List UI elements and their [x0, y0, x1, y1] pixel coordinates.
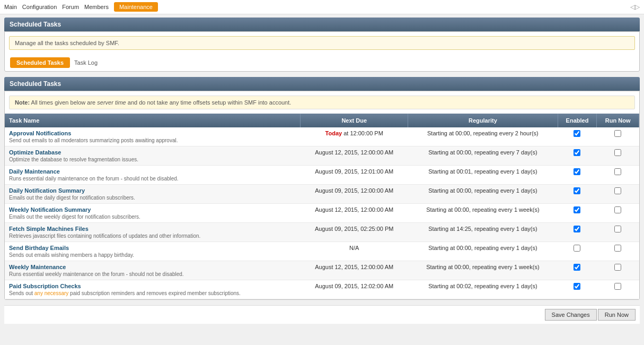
task-run-now-checkbox[interactable] [614, 245, 621, 252]
table-header-row: Task Name Next Due Regularity Enabled Ru… [5, 114, 639, 127]
task-name-cell: Send Birthday EmailsSends out emails wis… [5, 242, 301, 261]
task-regularity: Starting at 00:00, repeating every 1 wee… [408, 261, 558, 280]
task-name-cell: Optimize DatabaseOptimize the database t… [5, 146, 301, 166]
task-desc: Emails out the weekly digest for notific… [9, 214, 296, 220]
task-next-due: August 09, 2015, 12:01:00 AM [301, 166, 408, 185]
task-name-link[interactable]: Weekly Maintenance [9, 264, 66, 270]
task-enabled-checkbox[interactable] [574, 283, 580, 290]
nav-maintenance-active[interactable]: Maintenance [114, 2, 158, 12]
task-enabled-cell [558, 127, 597, 146]
task-run-now-cell [597, 204, 639, 223]
task-enabled-checkbox[interactable] [574, 130, 580, 137]
task-name-link[interactable]: Fetch Simple Machines Files [9, 226, 89, 232]
task-enabled-checkbox[interactable] [574, 168, 580, 175]
task-run-now-cell [597, 185, 639, 204]
table-section-header: Scheduled Tasks [4, 77, 640, 91]
task-name-cell: Weekly Notification SummaryEmails out th… [5, 204, 301, 223]
task-next-due: August 12, 2015, 12:00:00 AM [301, 204, 408, 223]
task-name-link[interactable]: Optimize Database [9, 149, 61, 156]
task-regularity: Starting at 00:02, repeating every 1 day… [408, 280, 558, 299]
task-name-link[interactable]: Weekly Notification Summary [9, 206, 91, 213]
nav-main[interactable]: Main [4, 4, 17, 10]
task-enabled-cell [558, 204, 597, 223]
task-enabled-checkbox[interactable] [574, 264, 580, 271]
task-regularity: Starting at 00:00, repeating every 2 hou… [408, 127, 558, 146]
task-enabled-checkbox[interactable] [574, 149, 580, 156]
top-navigation: Main Configuration Forum Members Mainten… [0, 0, 644, 14]
task-name-cell: Daily Notification SummaryEmails out the… [5, 185, 301, 204]
note-italic: server time [97, 99, 126, 106]
task-run-now-checkbox[interactable] [614, 130, 621, 137]
table-row: Weekly Notification SummaryEmails out th… [5, 204, 639, 223]
task-name-link[interactable]: Approval Notifications [9, 130, 71, 136]
nav-configuration[interactable]: Configuration [22, 4, 57, 10]
col-next-due: Next Due [301, 114, 408, 127]
task-desc: Sends out emails wishing members a happy… [9, 252, 296, 258]
task-enabled-checkbox[interactable] [574, 245, 580, 252]
task-name-link[interactable]: Send Birthday Emails [9, 245, 69, 251]
task-run-now-cell [597, 242, 639, 261]
task-run-now-checkbox[interactable] [614, 149, 621, 156]
outer-box: Manage all the tasks scheduled by SMF. S… [4, 31, 640, 72]
task-next-due: Today at 12:00:00 PM [301, 127, 408, 146]
task-enabled-cell [558, 223, 597, 242]
task-enabled-checkbox[interactable] [574, 187, 580, 194]
table-row: Paid Subscription ChecksSends out any ne… [5, 280, 639, 299]
save-changes-button[interactable]: Save Changes [545, 309, 597, 321]
nav-forum[interactable]: Forum [62, 4, 79, 10]
task-name-cell: Daily MaintenanceRuns essential daily ma… [5, 166, 301, 185]
task-name-link[interactable]: Daily Maintenance [9, 168, 60, 175]
task-desc: Retrieves javascript files containing no… [9, 233, 296, 239]
run-now-button[interactable]: Run Now [598, 309, 636, 321]
task-name-link[interactable]: Daily Notification Summary [9, 187, 85, 194]
task-run-now-checkbox[interactable] [614, 187, 621, 194]
outer-section-header: Scheduled Tasks [4, 18, 640, 31]
tab-row: Scheduled Tasks Task Log [5, 54, 639, 71]
task-name-cell: Paid Subscription ChecksSends out any ne… [5, 280, 301, 299]
task-desc: Optimize the database to resolve fragmen… [9, 157, 296, 162]
nav-members[interactable]: Members [84, 4, 109, 10]
task-run-now-checkbox[interactable] [614, 168, 621, 175]
task-enabled-checkbox[interactable] [574, 206, 580, 213]
task-enabled-cell [558, 261, 597, 280]
task-run-now-checkbox[interactable] [614, 226, 621, 232]
col-task-name: Task Name [5, 114, 301, 127]
table-row: Weekly MaintenanceRuns essential weekly … [5, 261, 639, 280]
task-enabled-cell [558, 146, 597, 166]
task-name-cell: Weekly MaintenanceRuns essential weekly … [5, 261, 301, 280]
task-run-now-cell [597, 166, 639, 185]
task-enabled-checkbox[interactable] [574, 226, 580, 232]
tasks-table: Task Name Next Due Regularity Enabled Ru… [5, 114, 639, 299]
task-enabled-cell [558, 185, 597, 204]
task-regularity: Starting at 00:00, repeating every 7 day… [408, 146, 558, 166]
table-section: Scheduled Tasks Note: All times given be… [4, 77, 640, 300]
note-bar: Note: All times given below are server t… [9, 96, 635, 109]
col-run-now: Run Now [597, 114, 639, 127]
table-row: Optimize DatabaseOptimize the database t… [5, 146, 639, 166]
outer-section: Scheduled Tasks Manage all the tasks sch… [4, 18, 640, 72]
task-run-now-cell [597, 127, 639, 146]
task-desc: Send out emails to all moderators summar… [9, 137, 296, 143]
task-run-now-cell [597, 223, 639, 242]
task-run-now-cell [597, 146, 639, 166]
table-row: Send Birthday EmailsSends out emails wis… [5, 242, 639, 261]
task-run-now-checkbox[interactable] [614, 264, 621, 271]
task-regularity: Starting at 00:00, repeating every 1 day… [408, 185, 558, 204]
task-enabled-cell [558, 166, 597, 185]
task-next-due: August 12, 2015, 12:00:00 AM [301, 146, 408, 166]
tab-task-log[interactable]: Task Log [74, 59, 98, 66]
task-run-now-checkbox[interactable] [614, 283, 621, 290]
info-notice: Manage all the tasks scheduled by SMF. [9, 36, 635, 50]
task-run-now-checkbox[interactable] [614, 206, 621, 213]
note-bold: Note: [15, 99, 30, 106]
task-next-due: August 09, 2015, 12:00:00 AM [301, 185, 408, 204]
task-desc: Emails out the daily digest for notifica… [9, 195, 296, 201]
table-outer-box: Note: All times given below are server t… [4, 91, 640, 300]
today-indicator: Today [325, 130, 342, 136]
task-name-cell: Fetch Simple Machines FilesRetrieves jav… [5, 223, 301, 242]
table-row: Daily Notification SummaryEmails out the… [5, 185, 639, 204]
tab-scheduled-tasks[interactable]: Scheduled Tasks [10, 57, 70, 68]
task-desc-link[interactable]: any necessary [34, 290, 68, 296]
task-name-link[interactable]: Paid Subscription Checks [9, 283, 81, 289]
task-regularity: Starting at 14:25, repeating every 1 day… [408, 223, 558, 242]
